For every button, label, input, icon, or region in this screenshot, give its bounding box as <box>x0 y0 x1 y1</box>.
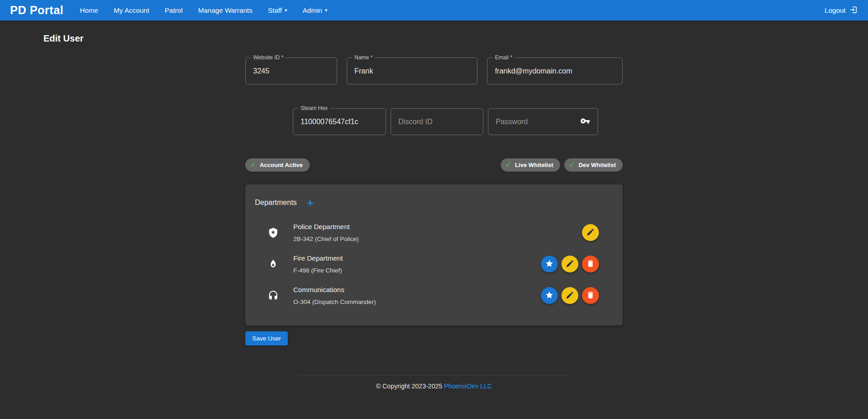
edit-user-form: Website ID * Name * Email * Steam Hex <box>245 58 623 346</box>
steam-hex-field: Steam Hex <box>293 108 386 135</box>
department-name: Communications <box>293 286 376 293</box>
favorite-department-button[interactable] <box>541 256 558 272</box>
logout-button[interactable]: Logout <box>825 5 858 16</box>
department-callsign: 2B-342 (Chief of Police) <box>293 236 359 242</box>
discord-id-field <box>391 108 483 135</box>
check-icon: ✓ <box>505 161 511 169</box>
favorite-department-button[interactable] <box>541 287 558 304</box>
chevron-down-icon: ▾ <box>285 7 287 13</box>
steam-hex-label: Steam Hex <box>298 105 330 111</box>
fields-row-1: Website ID * Name * Email * <box>245 58 623 84</box>
check-icon: ✓ <box>569 161 575 169</box>
email-field: Email * <box>487 58 623 84</box>
police-shield-icon <box>267 227 279 239</box>
logout-icon <box>849 5 858 16</box>
trash-icon <box>586 259 595 269</box>
pencil-icon <box>566 259 574 269</box>
departments-list: Police Department 2B-342 (Chief of Polic… <box>255 223 612 305</box>
key-icon[interactable] <box>580 116 590 128</box>
department-callsign: O-304 (Dispatch Commander) <box>293 299 376 305</box>
trash-icon <box>586 291 595 301</box>
whitelist-chips: ✓ Live Whitelist ✓ Dev Whitelist <box>501 158 623 172</box>
dev-whitelist-chip[interactable]: ✓ Dev Whitelist <box>564 158 623 172</box>
department-row-fire: Fire Department F-498 (Fire Chief) <box>255 254 612 274</box>
edit-department-button[interactable] <box>561 287 578 304</box>
departments-title: Departments <box>255 199 297 207</box>
department-callsign: F-498 (Fire Chief) <box>293 267 343 274</box>
department-row-police: Police Department 2B-342 (Chief of Polic… <box>255 223 612 242</box>
footer: © Copyright 2023-2025 PhoenixDev LLC <box>0 375 868 390</box>
nav-item-admin-dropdown[interactable]: Admin ▾ <box>303 6 328 14</box>
email-input[interactable] <box>495 67 615 75</box>
headset-icon <box>267 290 279 302</box>
nav-item-manage-warrants[interactable]: Manage Warrants <box>198 6 253 14</box>
password-field <box>488 108 598 135</box>
name-input[interactable] <box>355 67 470 75</box>
save-user-button[interactable]: Save User <box>245 331 288 346</box>
live-whitelist-chip[interactable]: ✓ Live Whitelist <box>501 158 560 172</box>
footer-divider <box>298 375 570 375</box>
departments-panel: Departments + Police Department 2B-342 (… <box>245 184 623 325</box>
department-info: Police Department 2B-342 (Chief of Polic… <box>293 223 359 242</box>
chevron-down-icon: ▾ <box>325 7 328 13</box>
nav-items: Home My Account Patrol Manage Warrants S… <box>80 6 328 14</box>
department-name: Fire Department <box>293 254 343 262</box>
pencil-icon <box>586 228 595 238</box>
website-id-label: Website ID * <box>251 54 286 61</box>
check-icon: ✓ <box>250 161 256 169</box>
department-info: Fire Department F-498 (Fire Chief) <box>293 254 343 274</box>
copyright-text: © Copyright 2023-2025 PhoenixDev LLC <box>0 382 868 390</box>
brand-logo[interactable]: PD Portal <box>10 4 64 17</box>
edit-department-button[interactable] <box>561 256 578 272</box>
department-name: Police Department <box>293 223 359 230</box>
nav-item-patrol[interactable]: Patrol <box>165 6 183 14</box>
department-row-communications: Communications O-304 (Dispatch Commander… <box>255 286 612 305</box>
name-field: Name * <box>347 58 478 84</box>
website-id-field: Website ID * <box>245 58 337 84</box>
departments-header: Departments + <box>255 198 612 207</box>
account-active-chip[interactable]: ✓ Account Active <box>245 158 310 172</box>
fire-flame-icon <box>267 258 279 270</box>
nav-item-staff-dropdown[interactable]: Staff ▾ <box>268 6 287 14</box>
navbar: PD Portal Home My Account Patrol Manage … <box>0 0 868 21</box>
whitelist-toggles: ✓ Account Active ✓ Live Whitelist ✓ Dev … <box>245 158 623 172</box>
department-actions <box>582 224 599 241</box>
discord-id-input[interactable] <box>398 118 476 126</box>
edit-department-button[interactable] <box>582 224 599 241</box>
nav-item-home[interactable]: Home <box>80 6 98 14</box>
fields-row-2: Steam Hex <box>293 108 623 135</box>
email-label: Email * <box>492 54 514 61</box>
add-department-button[interactable]: + <box>307 198 314 207</box>
name-label: Name * <box>352 54 375 61</box>
password-input[interactable] <box>496 118 580 126</box>
pencil-icon <box>566 291 574 301</box>
phoenixdev-link[interactable]: PhoenixDev LLC <box>444 382 492 390</box>
department-actions <box>541 256 599 272</box>
page-title: Edit User <box>43 33 868 44</box>
department-info: Communications O-304 (Dispatch Commander… <box>293 286 376 305</box>
steam-hex-input[interactable] <box>301 118 378 126</box>
delete-department-button[interactable] <box>582 256 599 272</box>
star-icon <box>545 259 554 269</box>
nav-item-my-account[interactable]: My Account <box>114 6 149 14</box>
star-icon <box>545 291 554 301</box>
department-actions <box>541 287 599 304</box>
website-id-input[interactable] <box>253 67 329 75</box>
delete-department-button[interactable] <box>582 287 599 304</box>
